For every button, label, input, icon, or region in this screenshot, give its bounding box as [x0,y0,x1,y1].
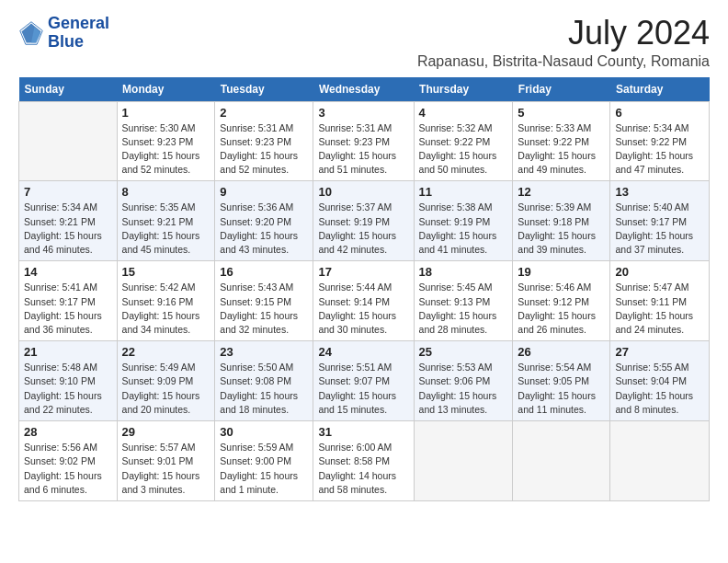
week-row-2: 7Sunrise: 5:34 AMSunset: 9:21 PMDaylight… [19,181,710,261]
day-cell: 16Sunrise: 5:43 AMSunset: 9:15 PMDayligh… [215,261,313,341]
day-cell: 13Sunrise: 5:40 AMSunset: 9:17 PMDayligh… [610,181,710,261]
day-info: Sunrise: 5:48 AMSunset: 9:10 PMDaylight:… [24,361,112,417]
day-cell [513,421,610,501]
day-info: Sunrise: 5:36 AMSunset: 9:20 PMDaylight:… [220,201,308,257]
day-number: 5 [518,106,605,120]
page: General Blue July 2024 Rapanasu, Bistrit… [0,0,728,520]
day-info: Sunrise: 5:51 AMSunset: 9:07 PMDaylight:… [318,361,408,417]
day-number: 9 [220,185,308,199]
day-cell: 1Sunrise: 5:30 AMSunset: 9:23 PMDaylight… [117,101,215,181]
day-info: Sunrise: 5:35 AMSunset: 9:21 PMDaylight:… [122,201,210,257]
day-info: Sunrise: 5:37 AMSunset: 9:19 PMDaylight:… [318,201,408,257]
day-number: 11 [419,185,508,199]
day-cell: 23Sunrise: 5:50 AMSunset: 9:08 PMDayligh… [215,341,313,421]
day-cell: 4Sunrise: 5:32 AMSunset: 9:22 PMDaylight… [414,101,513,181]
day-number: 18 [419,265,508,279]
day-info: Sunrise: 6:00 AMSunset: 8:58 PMDaylight:… [318,441,408,497]
day-cell: 27Sunrise: 5:55 AMSunset: 9:04 PMDayligh… [610,341,710,421]
day-number: 20 [615,265,704,279]
day-cell [414,421,513,501]
logo-text: General Blue [48,15,109,52]
day-number: 30 [220,425,308,439]
day-number: 28 [24,425,112,439]
day-info: Sunrise: 5:34 AMSunset: 9:22 PMDaylight:… [615,121,704,178]
day-cell: 17Sunrise: 5:44 AMSunset: 9:14 PMDayligh… [313,261,414,341]
day-cell: 19Sunrise: 5:46 AMSunset: 9:12 PMDayligh… [513,261,610,341]
day-number: 14 [24,265,112,279]
day-cell: 30Sunrise: 5:59 AMSunset: 9:00 PMDayligh… [215,421,313,501]
logo-line2: Blue [48,33,109,52]
day-number: 6 [615,106,704,120]
weekday-header-monday: Monday [117,77,215,102]
day-cell: 14Sunrise: 5:41 AMSunset: 9:17 PMDayligh… [19,261,118,341]
day-info: Sunrise: 5:46 AMSunset: 9:12 PMDaylight:… [518,281,605,337]
day-number: 8 [122,185,210,199]
day-number: 10 [318,185,408,199]
logo-icon [18,20,44,46]
day-number: 21 [24,345,112,359]
day-number: 4 [419,106,508,120]
day-cell: 31Sunrise: 6:00 AMSunset: 8:58 PMDayligh… [313,421,414,501]
day-cell: 8Sunrise: 5:35 AMSunset: 9:21 PMDaylight… [117,181,215,261]
day-number: 13 [615,185,704,199]
day-number: 31 [318,425,408,439]
month-title: July 2024 [417,15,710,52]
day-info: Sunrise: 5:54 AMSunset: 9:05 PMDaylight:… [518,361,605,417]
week-row-1: 1Sunrise: 5:30 AMSunset: 9:23 PMDaylight… [19,101,710,181]
day-number: 16 [220,265,308,279]
day-info: Sunrise: 5:41 AMSunset: 9:17 PMDaylight:… [24,281,112,337]
day-info: Sunrise: 5:47 AMSunset: 9:11 PMDaylight:… [615,281,704,337]
day-cell: 25Sunrise: 5:53 AMSunset: 9:06 PMDayligh… [414,341,513,421]
day-info: Sunrise: 5:59 AMSunset: 9:00 PMDaylight:… [220,441,308,497]
day-number: 17 [318,265,408,279]
weekday-header-saturday: Saturday [610,77,710,102]
day-info: Sunrise: 5:43 AMSunset: 9:15 PMDaylight:… [220,281,308,337]
day-number: 22 [122,345,210,359]
day-number: 1 [122,106,210,120]
day-info: Sunrise: 5:44 AMSunset: 9:14 PMDaylight:… [318,281,408,337]
weekday-header-tuesday: Tuesday [215,77,313,102]
day-number: 2 [220,106,308,120]
day-cell: 24Sunrise: 5:51 AMSunset: 9:07 PMDayligh… [313,341,414,421]
day-number: 3 [318,106,408,120]
day-info: Sunrise: 5:31 AMSunset: 9:23 PMDaylight:… [318,121,408,178]
logo-line1: General [48,15,109,33]
day-number: 7 [24,185,112,199]
week-row-4: 21Sunrise: 5:48 AMSunset: 9:10 PMDayligh… [19,341,710,421]
day-cell: 20Sunrise: 5:47 AMSunset: 9:11 PMDayligh… [610,261,710,341]
day-number: 25 [419,345,508,359]
day-cell: 6Sunrise: 5:34 AMSunset: 9:22 PMDaylight… [610,101,710,181]
day-cell: 22Sunrise: 5:49 AMSunset: 9:09 PMDayligh… [117,341,215,421]
weekday-header-row: SundayMondayTuesdayWednesdayThursdayFrid… [19,77,710,102]
day-number: 26 [518,345,605,359]
day-info: Sunrise: 5:55 AMSunset: 9:04 PMDaylight:… [615,361,704,417]
day-info: Sunrise: 5:34 AMSunset: 9:21 PMDaylight:… [24,201,112,257]
location-title: Rapanasu, Bistrita-Nasaud County, Romani… [417,53,710,70]
day-info: Sunrise: 5:45 AMSunset: 9:13 PMDaylight:… [419,281,508,337]
day-cell: 5Sunrise: 5:33 AMSunset: 9:22 PMDaylight… [513,101,610,181]
day-info: Sunrise: 5:42 AMSunset: 9:16 PMDaylight:… [122,281,210,337]
day-number: 15 [122,265,210,279]
weekday-header-sunday: Sunday [19,77,118,102]
day-cell: 10Sunrise: 5:37 AMSunset: 9:19 PMDayligh… [313,181,414,261]
day-info: Sunrise: 5:40 AMSunset: 9:17 PMDaylight:… [615,201,704,257]
header: General Blue July 2024 Rapanasu, Bistrit… [18,15,710,70]
day-info: Sunrise: 5:50 AMSunset: 9:08 PMDaylight:… [220,361,308,417]
week-row-3: 14Sunrise: 5:41 AMSunset: 9:17 PMDayligh… [19,261,710,341]
day-info: Sunrise: 5:38 AMSunset: 9:19 PMDaylight:… [419,201,508,257]
day-cell: 9Sunrise: 5:36 AMSunset: 9:20 PMDaylight… [215,181,313,261]
weekday-header-thursday: Thursday [414,77,513,102]
day-cell: 21Sunrise: 5:48 AMSunset: 9:10 PMDayligh… [19,341,118,421]
day-info: Sunrise: 5:31 AMSunset: 9:23 PMDaylight:… [220,121,308,178]
day-info: Sunrise: 5:57 AMSunset: 9:01 PMDaylight:… [122,441,210,497]
day-cell: 3Sunrise: 5:31 AMSunset: 9:23 PMDaylight… [313,101,414,181]
day-number: 12 [518,185,605,199]
day-info: Sunrise: 5:49 AMSunset: 9:09 PMDaylight:… [122,361,210,417]
day-cell [19,101,118,181]
day-cell [610,421,710,501]
calendar-table: SundayMondayTuesdayWednesdayThursdayFrid… [18,77,710,501]
day-number: 19 [518,265,605,279]
week-row-5: 28Sunrise: 5:56 AMSunset: 9:02 PMDayligh… [19,421,710,501]
day-cell: 29Sunrise: 5:57 AMSunset: 9:01 PMDayligh… [117,421,215,501]
logo: General Blue [18,15,109,52]
